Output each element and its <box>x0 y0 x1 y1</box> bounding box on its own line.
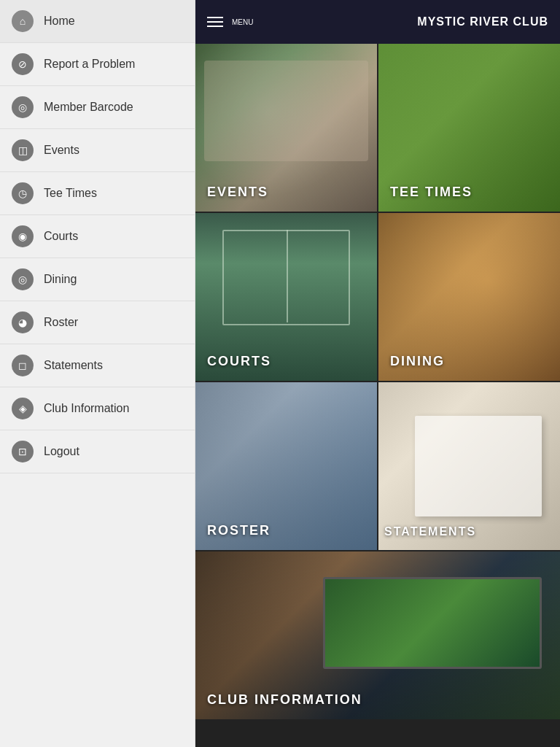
sidebar-item-logout[interactable]: ⊡ Logout <box>0 430 195 473</box>
sidebar-label-roster: Roster <box>44 316 78 329</box>
main-content: MENU MYSTIC RIVER CLUB EVENTS TEE TIMES … <box>195 0 560 747</box>
menu-text: MENU <box>232 18 253 26</box>
tile-label-dining: DINING <box>390 354 445 369</box>
sidebar-label-dining: Dining <box>44 273 77 286</box>
sidebar-label-events: Events <box>44 144 79 157</box>
menu-line-1 <box>207 17 223 18</box>
events-icon: ◫ <box>12 139 34 161</box>
tile-label-tee-times: TEE TIMES <box>390 185 472 200</box>
sidebar-label-club-info: Club Information <box>44 402 129 415</box>
tile-events[interactable]: EVENTS <box>195 44 377 212</box>
screen-decoration <box>323 577 542 670</box>
sidebar: ⌂ Home ⊘ Report a Problem ◎ Member Barco… <box>0 0 195 747</box>
barcode-icon: ◎ <box>12 96 34 118</box>
sidebar-item-statements[interactable]: ◻ Statements <box>0 344 195 387</box>
tile-statements[interactable]: STATEMENTS <box>378 382 560 550</box>
tile-grid: EVENTS TEE TIMES COURTS DINING ROSTER ST… <box>195 44 560 747</box>
sidebar-label-barcode: Member Barcode <box>44 101 133 114</box>
sidebar-label-tee-times: Tee Times <box>44 187 97 200</box>
app-header: MENU MYSTIC RIVER CLUB <box>195 0 560 44</box>
sidebar-item-home[interactable]: ⌂ Home <box>0 0 195 43</box>
menu-line-2 <box>207 21 223 23</box>
sidebar-item-events[interactable]: ◫ Events <box>0 129 195 172</box>
sidebar-item-courts[interactable]: ◉ Courts <box>0 215 195 258</box>
sidebar-item-dining[interactable]: ◎ Dining <box>0 258 195 301</box>
home-icon: ⌂ <box>12 10 34 32</box>
dining-icon: ◎ <box>12 268 34 290</box>
sidebar-item-tee-times[interactable]: ◷ Tee Times <box>0 172 195 215</box>
report-icon: ⊘ <box>12 53 34 75</box>
sidebar-label-home: Home <box>44 15 75 28</box>
screen-inner <box>325 579 540 667</box>
tile-roster[interactable]: ROSTER <box>195 382 377 550</box>
tile-dining[interactable]: DINING <box>378 213 560 381</box>
sidebar-item-member-barcode[interactable]: ◎ Member Barcode <box>0 86 195 129</box>
menu-button[interactable] <box>207 17 223 27</box>
tee-times-icon: ◷ <box>12 182 34 204</box>
tile-label-courts: COURTS <box>207 354 271 369</box>
tile-label-statements: STATEMENTS <box>384 525 560 538</box>
club-info-icon: ◈ <box>12 398 34 419</box>
sidebar-label-statements: Statements <box>44 359 103 372</box>
statements-icon: ◻ <box>12 355 34 376</box>
logout-icon: ⊡ <box>12 441 34 462</box>
tile-label-roster: ROSTER <box>207 523 271 538</box>
tile-club-information[interactable]: CLUB INFORMATION <box>195 551 560 719</box>
tile-label-events: EVENTS <box>207 185 268 200</box>
sidebar-item-roster[interactable]: ◕ Roster <box>0 301 195 344</box>
sidebar-label-courts: Courts <box>44 230 78 243</box>
roster-icon: ◕ <box>12 311 34 333</box>
header-title: MYSTIC RIVER CLUB <box>268 15 548 28</box>
tile-tee-times[interactable]: TEE TIMES <box>378 44 560 212</box>
tile-courts[interactable]: COURTS <box>195 213 377 381</box>
sidebar-label-report: Report a Problem <box>44 58 135 71</box>
menu-line-3 <box>207 26 223 27</box>
tile-label-club-info: CLUB INFORMATION <box>207 692 362 708</box>
sidebar-item-report-problem[interactable]: ⊘ Report a Problem <box>0 43 195 86</box>
sidebar-label-logout: Logout <box>44 445 79 458</box>
courts-icon: ◉ <box>12 225 34 247</box>
sidebar-item-club-information[interactable]: ◈ Club Information <box>0 387 195 430</box>
